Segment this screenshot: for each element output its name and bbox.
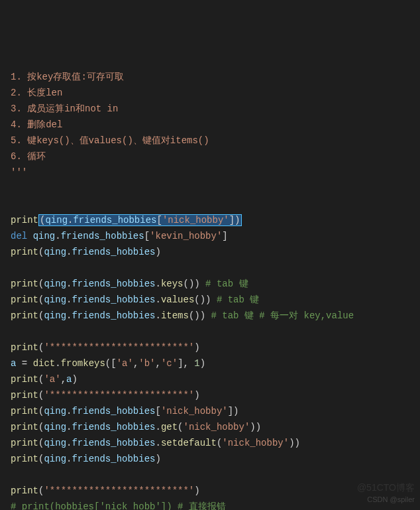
code-line <box>11 196 409 212</box>
token: print <box>11 406 38 416</box>
token: '*************************' <box>44 485 194 496</box>
token: ''' <box>11 167 27 178</box>
token: [ <box>155 406 160 416</box>
token: 6. 循环 <box>11 151 46 162</box>
token: )) <box>289 438 300 448</box>
token: print <box>11 454 38 464</box>
token: ()) <box>194 294 217 305</box>
token: ) <box>155 454 160 464</box>
token: 'a' <box>44 374 60 385</box>
code-line: print(qing.friends_hobbies) <box>11 244 409 260</box>
token: 4. 删除del <box>11 119 62 130</box>
token: ]) <box>228 406 239 416</box>
token: . <box>55 231 60 241</box>
token: ) <box>194 342 199 353</box>
token: qing <box>44 247 66 257</box>
token: friends_hobbies <box>61 231 144 241</box>
token: values <box>161 294 194 305</box>
code-line: 4. 删除del <box>11 117 409 133</box>
token: qing <box>33 231 56 241</box>
token: ) <box>200 358 205 369</box>
token: friends_hobbies <box>72 406 155 416</box>
code-line: 3. 成员运算in和not in <box>11 101 409 117</box>
token: '*************************' <box>44 390 194 401</box>
token: ) <box>194 390 199 401</box>
token: . <box>155 294 160 305</box>
watermark-csdn: CSDN @spiler <box>367 491 415 507</box>
token: qing <box>44 438 66 448</box>
code-line: print(qing.friends_hobbies['nick_hobby']… <box>11 403 409 419</box>
token: ( <box>178 422 183 432</box>
token: . <box>155 422 160 432</box>
code-line: a = dict.fromkeys(['a','b','c'], 1) <box>11 355 409 371</box>
token: friends_hobbies <box>72 294 155 305</box>
token: 'kevin_hobby' <box>150 231 222 241</box>
token: keys <box>161 279 184 289</box>
token: )) <box>250 422 261 432</box>
token: print <box>11 310 38 321</box>
token: 3. 成员运算in和not in <box>11 103 118 114</box>
token: print <box>11 342 38 353</box>
code-block: 1. 按key存取值:可存可取2. 长度len3. 成员运算in和not in4… <box>11 69 409 510</box>
token: = <box>16 358 32 369</box>
token: ] <box>222 231 227 241</box>
code-line: # print(hobbies['nick_hobb']) # 直接报错 <box>11 499 409 510</box>
token: . <box>155 279 160 289</box>
token: qing <box>44 279 66 289</box>
token: print <box>11 215 38 225</box>
token: friends_hobbies <box>72 279 155 289</box>
token: qing <box>44 406 66 416</box>
token: friends_hobbies <box>72 438 155 448</box>
token: friends_hobbies <box>72 310 155 321</box>
code-line: 2. 长度len <box>11 85 409 101</box>
token: # print(hobbies['nick_hobb']) # 直接报错 <box>11 501 226 510</box>
token: # tab 键 <box>217 294 259 305</box>
code-line: 1. 按key存取值:可存可取 <box>11 69 409 85</box>
token: '*************************' <box>44 342 194 353</box>
token: 'c' <box>161 358 178 369</box>
token: [ <box>144 231 150 241</box>
code-line: print(qing.friends_hobbies['nick_hobby']… <box>11 212 409 228</box>
token: ) <box>155 247 160 257</box>
token: 'nick_hobby' <box>184 422 250 432</box>
code-line: print(qing.friends_hobbies.setdefault('n… <box>11 435 409 451</box>
code-line: print('*************************') <box>11 483 409 499</box>
token: friends_hobbies <box>72 422 155 432</box>
code-line: print(qing.friends_hobbies.values()) # t… <box>11 292 409 308</box>
code-line <box>11 324 409 340</box>
code-line: 5. 键keys()、值values()、键值对items() <box>11 133 409 149</box>
token: ()) <box>183 279 205 289</box>
token: dict <box>33 358 56 369</box>
token <box>27 231 32 241</box>
code-line: print(qing.friends_hobbies) <box>11 451 409 467</box>
code-line <box>11 467 409 483</box>
token: qing <box>44 422 66 432</box>
token: ], <box>178 358 194 369</box>
token: 'a' <box>117 358 133 369</box>
token: print <box>11 485 38 496</box>
token: ([ <box>105 358 117 369</box>
code-line: print('*************************') <box>11 340 409 355</box>
token: (qing.friends_hobbies['nick_hobby']) <box>38 214 242 226</box>
token: print <box>11 294 38 305</box>
token: del <box>11 231 27 241</box>
code-line: del qing.friends_hobbies['kevin_hobby'] <box>11 228 409 244</box>
token: . <box>155 310 160 321</box>
token: 1. 按key存取值:可存可取 <box>11 72 124 82</box>
token: items <box>161 310 189 321</box>
token: print <box>11 247 38 257</box>
token: get <box>161 422 178 432</box>
code-line: print(qing.friends_hobbies.items()) # ta… <box>11 308 409 324</box>
token: , <box>61 374 66 385</box>
token: 5. 键keys()、值values()、键值对items() <box>11 135 209 146</box>
token: print <box>11 390 38 401</box>
token: qing <box>44 310 66 321</box>
token: setdefault <box>161 438 217 448</box>
token: qing <box>44 454 66 464</box>
token: ()) <box>189 310 211 321</box>
token: print <box>11 422 38 432</box>
token: qing <box>44 294 66 305</box>
token: . <box>155 438 160 448</box>
code-line <box>11 260 409 276</box>
token: friends_hobbies <box>72 454 155 464</box>
